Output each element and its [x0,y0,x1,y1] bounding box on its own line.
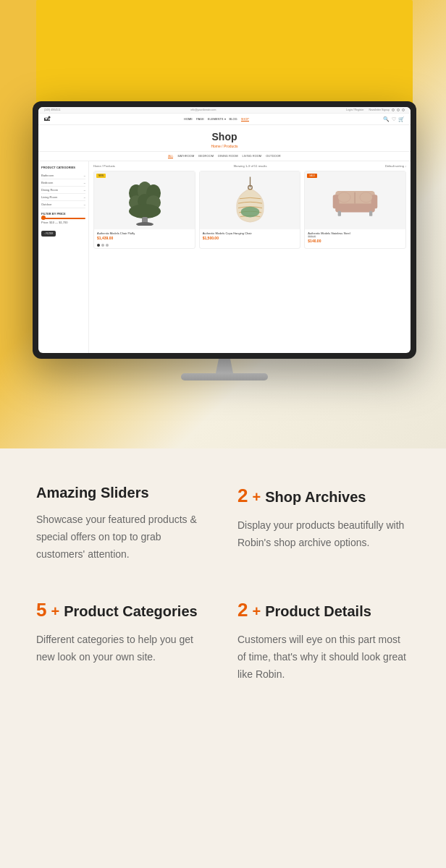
dot-1 [97,244,100,247]
chair1-svg [125,175,164,226]
features-section: Amazing Sliders Showcase your featured p… [0,448,446,712]
feature-item-shop-archives: 2+ Shop Archives Display your products b… [237,485,410,563]
breadcrumb-home: Home / [211,144,222,148]
nav-elements: ELEMENTS ▾ [208,117,226,122]
results-count: Showing 1–9 of 51 results [233,164,266,168]
screen-sidebar: PRODUCT CATEGORIES Bathroom– Bedroom– Di… [38,161,89,353]
product-badge-1: NEW [96,174,106,178]
feature-plus-shop-archives: + [252,489,261,506]
feature-shop-archives-label: Shop Archives [265,489,366,506]
feature-desc-product-details: Customers will eye on this part most of … [237,631,410,683]
svg-point-20 [360,192,372,202]
nav-actions: 🔍 ♡ 🛒 [383,116,405,122]
monitor-stand [33,359,416,380]
nav-shop: SHOP [241,117,249,122]
product-card-2: Authentic Models Copa Hanging Chair $1,5… [199,171,301,249]
dot-2 [101,244,104,247]
features-grid: Amazing Sliders Showcase your featured p… [36,485,410,684]
cart-icon: 🛒 [398,116,405,122]
sofa-svg [332,181,379,221]
sidebar-cat-outdoor: Outdoor– [41,201,85,208]
sidebar-cat-living: Living Room– [41,194,85,201]
search-icon: 🔍 [383,116,390,122]
topbar-phone: (249) 4904511 [44,109,61,111]
topbar-newsletter: Newsletter Signup [369,109,390,111]
stand-neck [210,359,239,373]
feature-title-product-categories: 5+ Product Categories [36,599,209,621]
sort-select: Default sorting ↓ [385,164,406,168]
screen-shop-title: Shop [41,131,408,142]
svg-rect-17 [338,210,341,216]
tab-outdoor: OUTDOOR [266,154,280,158]
product-card-3: SALE [304,171,406,249]
breadcrumb-current: Products [224,144,238,148]
svg-rect-13 [335,203,375,212]
feature-title-sliders: Amazing Sliders [36,485,209,501]
category-tabs: ALL BATHROOM BEDROOM DINING ROOM LIVING … [38,152,411,161]
screen-body: PRODUCT CATEGORIES Bathroom– Bedroom– Di… [38,161,411,353]
screen-topbar: (249) 4904511 info@yourdomain.com Login … [38,107,411,114]
feature-item-product-details: 2+ Product Details Customers will eye on… [237,599,410,683]
feature-item-product-categories: 5+ Product Categories Different categori… [36,599,209,683]
screen-breadcrumb: Home / Products [41,144,408,148]
product-img-2 [200,171,300,229]
screen-main: Home / Products Showing 1–9 of 51 result… [89,161,411,353]
product-img-3: SALE [305,171,405,229]
svg-point-19 [338,192,350,202]
product-info-1: Authentic Models Chair Fluffy $1,439.00 [94,229,195,242]
svg-rect-18 [369,210,372,216]
products-grid: NEW [93,171,406,249]
site-logo: 🛋 [44,116,50,122]
svg-point-6 [129,204,161,218]
product-info-3: Authentic Models Stainless Steel $800.00… [305,229,405,245]
topbar-icons: Login / Register Newsletter Signup [346,109,405,111]
svg-point-8 [136,222,153,226]
product-badge-3: SALE [307,174,317,178]
price-slider [41,218,85,219]
topbar-login: Login / Register [346,109,364,111]
feature-item-sliders: Amazing Sliders Showcase your featured p… [36,485,209,563]
product-name-1: Authentic Models Chair Fluffy [97,231,192,235]
feature-desc-shop-archives: Display your products beautifully with R… [237,517,410,552]
feature-plus-product-details: + [252,603,261,620]
sidebar-cat-bedroom: Bedroom– [41,179,85,187]
feature-title-shop-archives: 2+ Shop Archives [237,485,410,507]
product-price-3: $140.00 [308,239,403,243]
feature-desc-sliders: Showcase your featured products & specia… [36,511,209,563]
product-dots-1 [94,242,195,248]
product-price-1: $1,439.00 [97,236,192,240]
screen-nav: 🛋 HOME PAGE ELEMENTS ▾ BLOG SHOP 🔍 ♡ 🛒 [38,114,411,125]
tab-bedroom: BEDROOM [198,154,214,158]
monitor-wrapper: (249) 4904511 info@yourdomain.com Login … [33,101,416,380]
screen-page-header: Shop Home / Products [38,125,411,152]
feature-sliders-label: Amazing Sliders [36,485,149,501]
hero-section: (249) 4904511 info@yourdomain.com Login … [0,0,446,448]
product-card-1: NEW [93,171,195,249]
product-info-2: Authentic Models Copa Hanging Chair $1,5… [200,229,300,242]
social-icon-g [402,109,405,111]
monitor-screen: (249) 4904511 info@yourdomain.com Login … [38,107,411,353]
feature-number-product-categories: 5 [36,599,46,621]
feature-plus-product-categories: + [51,603,59,620]
tab-all: ALL [168,154,173,158]
feature-product-categories-label: Product Categories [64,603,197,620]
product-img-1: NEW [94,171,195,229]
sidebar-cat-dining: Dining Room– [41,187,85,194]
feature-product-details-label: Product Details [265,603,371,620]
feature-number-product-details: 2 [237,599,248,621]
tab-dining: DINING ROOM [218,154,238,158]
feature-title-product-details: 2+ Product Details [237,599,410,621]
nav-home: HOME [184,117,193,122]
tab-bathroom: BATHROOM [177,154,194,158]
feature-desc-product-categories: Different categories to help you get new… [36,631,209,666]
breadcrumb-products: Home / Products [93,164,115,168]
filter-button: ↑ FILTER [41,231,56,237]
wishlist-icon: ♡ [392,116,396,122]
monitor: (249) 4904511 info@yourdomain.com Login … [33,101,416,359]
nav-links: HOME PAGE ELEMENTS ▾ BLOG SHOP [184,117,249,122]
nav-blog: BLOG [230,117,237,122]
svg-point-11 [240,207,259,218]
feature-number-shop-archives: 2 [237,485,248,507]
product-name-2: Authentic Models Copa Hanging Chair [203,231,298,235]
price-range: Price: $10 — $1,700 [41,221,85,224]
